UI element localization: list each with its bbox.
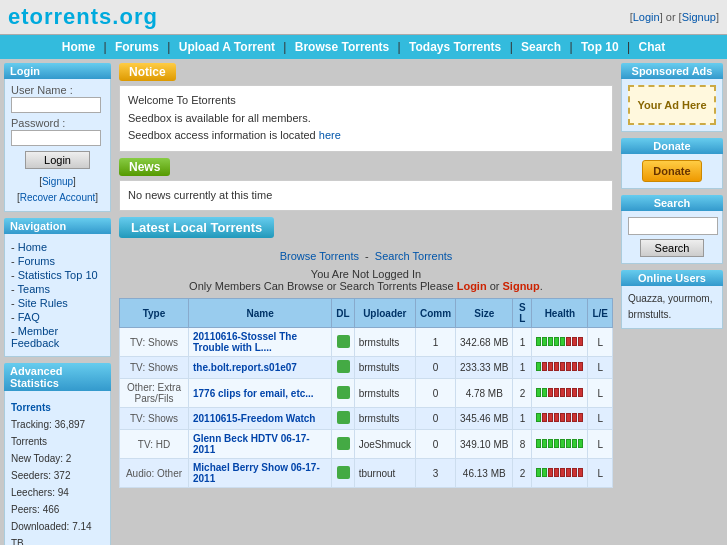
nav-link-feedback[interactable]: Member Feedback — [11, 325, 59, 349]
nav-link-teams[interactable]: Teams — [18, 283, 50, 295]
login-button[interactable]: Login — [25, 151, 90, 169]
nav-top10[interactable]: Top 10 — [581, 40, 619, 54]
online-users-box: Online Users Quazza, yourmom, brmstults. — [621, 270, 723, 329]
health-segment — [548, 388, 553, 397]
health-segment — [578, 388, 583, 397]
health-segment — [578, 413, 583, 422]
torrent-type: TV: Shows — [120, 357, 189, 379]
table-row: TV: HDGlenn Beck HDTV 06-17-2011JoeShmuc… — [120, 430, 613, 459]
download-icon[interactable] — [337, 335, 350, 348]
health-segment — [548, 362, 553, 371]
password-input[interactable] — [11, 130, 101, 146]
table-row: TV: Shows20110615-Freedom Watchbrmstults… — [120, 408, 613, 430]
nav-item-feedback: Member Feedback — [11, 325, 104, 349]
torrent-name-link[interactable]: 20110615-Freedom Watch — [193, 413, 315, 424]
notice-body: Welcome To Etorrents Seedbox is availabl… — [119, 85, 613, 152]
torrent-size: 342.68 MB — [456, 328, 513, 357]
health-segment — [548, 413, 553, 422]
health-segment — [548, 439, 553, 448]
search-title: Search — [621, 195, 723, 211]
advanced-stats-box: Advanced Statistics Torrents Tracking: 3… — [4, 363, 111, 545]
col-sl: S L — [513, 299, 532, 328]
torrent-name: 20110615-Freedom Watch — [189, 408, 332, 430]
nav-link-rules[interactable]: Site Rules — [18, 297, 68, 309]
col-dl: DL — [332, 299, 354, 328]
advanced-stats-title: Advanced Statistics — [4, 363, 111, 391]
torrent-dl[interactable] — [332, 357, 354, 379]
torrent-dl[interactable] — [332, 459, 354, 488]
notice-here-link[interactable]: here — [319, 129, 341, 141]
health-segment — [536, 439, 541, 448]
nav-link-home[interactable]: Home — [18, 241, 47, 253]
donate-button[interactable]: Donate — [642, 160, 701, 182]
nav-todays[interactable]: Todays Torrents — [409, 40, 501, 54]
nav-link-faq[interactable]: FAQ — [18, 311, 40, 323]
nav-search[interactable]: Search — [521, 40, 561, 54]
health-segment — [566, 468, 571, 477]
signup-link[interactable]: Signup — [42, 176, 73, 187]
sponsored-ads-title: Sponsored Ads — [621, 63, 723, 79]
nav-browse[interactable]: Browse Torrents — [295, 40, 389, 54]
header-signup-link[interactable]: Signup — [682, 11, 716, 23]
download-icon[interactable] — [337, 437, 350, 450]
search-button[interactable]: Search — [640, 239, 705, 257]
torrent-name-link[interactable]: 20110616-Stossel The Trouble with L.... — [193, 331, 297, 353]
torrent-signup-link[interactable]: Signup — [503, 280, 540, 292]
news-body: No news currently at this time — [119, 180, 613, 212]
health-segment — [536, 468, 541, 477]
download-icon[interactable] — [337, 360, 350, 373]
recover-link[interactable]: Recover Account — [20, 192, 96, 203]
username-input[interactable] — [11, 97, 101, 113]
torrent-name-link[interactable]: Glenn Beck HDTV 06-17-2011 — [193, 433, 310, 455]
torrent-name-link[interactable]: 1776 clips for email, etc... — [193, 388, 314, 399]
nav-link-forums[interactable]: Forums — [18, 255, 55, 267]
left-column: Login User Name : Password : Login [Sign… — [0, 59, 115, 545]
news-text: No news currently at this time — [128, 187, 604, 205]
health-segment — [542, 413, 547, 422]
nav-forums[interactable]: Forums — [115, 40, 159, 54]
torrent-name: 20110616-Stossel The Trouble with L.... — [189, 328, 332, 357]
nav-item-stats: Statistics Top 10 — [11, 269, 104, 281]
torrent-dl[interactable] — [332, 430, 354, 459]
col-comm: Comm — [415, 299, 455, 328]
health-segment — [560, 413, 565, 422]
online-users-list: Quazza, yourmom, brmstults. — [628, 293, 712, 320]
nav-chat[interactable]: Chat — [639, 40, 666, 54]
latest-torrents-section: Latest Local Torrents Browse Torrents - … — [119, 217, 613, 488]
search-torrents-link[interactable]: Search Torrents — [375, 250, 452, 262]
donate-title: Donate — [621, 138, 723, 154]
health-segment — [554, 362, 559, 371]
browse-torrents-link[interactable]: Browse Torrents — [280, 250, 359, 262]
nav-home[interactable]: Home — [62, 40, 95, 54]
torrent-dl[interactable] — [332, 408, 354, 430]
torrent-uploader: brmstults — [354, 328, 415, 357]
table-row: TV: Shows20110616-Stossel The Trouble wi… — [120, 328, 613, 357]
nav-link-stats[interactable]: Statistics Top 10 — [18, 269, 98, 281]
torrent-le: L — [588, 408, 613, 430]
health-segment — [572, 468, 577, 477]
header-login-link[interactable]: Login — [633, 11, 660, 23]
torrent-dl[interactable] — [332, 379, 354, 408]
search-input[interactable] — [628, 217, 718, 235]
password-row: Password : — [11, 117, 104, 146]
nav-upload[interactable]: Upload A Torrent — [179, 40, 275, 54]
stats-peers: Peers: 466 — [11, 501, 104, 518]
torrent-login-link[interactable]: Login — [457, 280, 487, 292]
torrent-name: Glenn Beck HDTV 06-17-2011 — [189, 430, 332, 459]
col-type: Type — [120, 299, 189, 328]
download-icon[interactable] — [337, 466, 350, 479]
download-icon[interactable] — [337, 386, 350, 399]
nav-item-faq: FAQ — [11, 311, 104, 323]
username-label: User Name : — [11, 84, 104, 96]
torrent-name-link[interactable]: the.bolt.report.s01e07 — [193, 362, 297, 373]
torrent-dl[interactable] — [332, 328, 354, 357]
health-segment — [542, 388, 547, 397]
table-header-row: Type Name DL Uploader Comm Size S L Heal… — [120, 299, 613, 328]
health-segment — [554, 413, 559, 422]
torrent-name-link[interactable]: Michael Berry Show 06-17-2011 — [193, 462, 320, 484]
ad-placeholder[interactable]: Your Ad Here — [628, 85, 716, 125]
notice-line2: Seedbox is available for all members. — [128, 110, 604, 128]
navigation-box: Navigation Home Forums Statistics Top 10… — [4, 218, 111, 357]
password-label: Password : — [11, 117, 104, 129]
download-icon[interactable] — [337, 411, 350, 424]
